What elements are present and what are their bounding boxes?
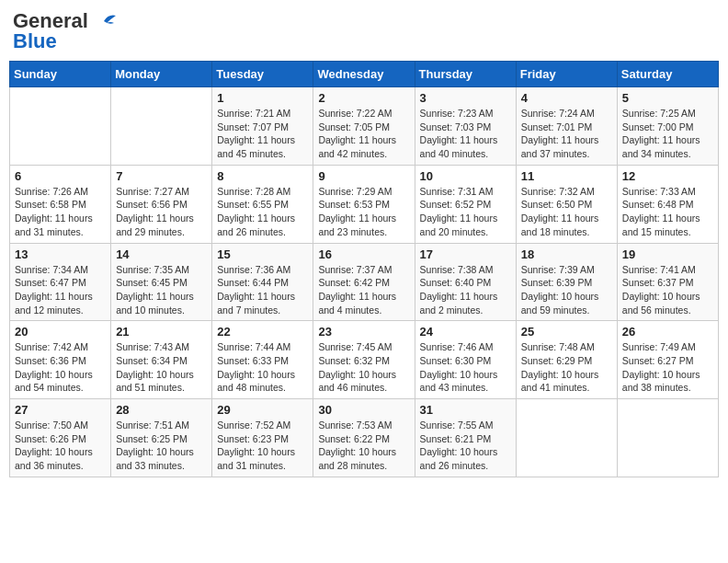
day-number: 7 (116, 169, 207, 183)
day-cell: 20 Sunrise: 7:42 AMSunset: 6:36 PMDaylig… (10, 321, 111, 399)
day-info: Sunrise: 7:32 AMSunset: 6:50 PMDaylight:… (521, 185, 612, 239)
day-info: Sunrise: 7:52 AMSunset: 6:23 PMDaylight:… (217, 419, 308, 473)
day-number: 6 (15, 169, 106, 183)
day-cell: 23 Sunrise: 7:45 AMSunset: 6:32 PMDaylig… (313, 321, 415, 399)
week-row-5: 27 Sunrise: 7:50 AMSunset: 6:26 PMDaylig… (10, 399, 719, 477)
day-cell: 1 Sunrise: 7:21 AMSunset: 7:07 PMDayligh… (212, 87, 313, 166)
day-number: 28 (116, 403, 207, 417)
day-info: Sunrise: 7:50 AMSunset: 6:26 PMDaylight:… (15, 419, 106, 473)
day-info: Sunrise: 7:21 AMSunset: 7:07 PMDaylight:… (217, 107, 308, 161)
day-cell: 4 Sunrise: 7:24 AMSunset: 7:01 PMDayligh… (516, 87, 617, 166)
day-info: Sunrise: 7:48 AMSunset: 6:29 PMDaylight:… (521, 340, 612, 395)
day-number: 27 (15, 403, 106, 417)
day-number: 10 (420, 169, 511, 183)
day-cell: 28 Sunrise: 7:51 AMSunset: 6:25 PMDaylig… (111, 399, 212, 477)
logo: General Blue (13, 9, 118, 53)
day-info: Sunrise: 7:35 AMSunset: 6:45 PMDaylight:… (116, 263, 207, 317)
day-cell (10, 87, 111, 166)
day-cell: 22 Sunrise: 7:44 AMSunset: 6:33 PMDaylig… (212, 321, 313, 399)
day-info: Sunrise: 7:45 AMSunset: 6:32 PMDaylight:… (318, 340, 409, 395)
day-number: 31 (420, 403, 511, 417)
day-info: Sunrise: 7:43 AMSunset: 6:34 PMDaylight:… (116, 340, 207, 395)
day-cell: 5 Sunrise: 7:25 AMSunset: 7:00 PMDayligh… (617, 87, 718, 166)
day-number: 12 (622, 169, 713, 183)
day-info: Sunrise: 7:23 AMSunset: 7:03 PMDaylight:… (420, 107, 511, 161)
day-info: Sunrise: 7:22 AMSunset: 7:05 PMDaylight:… (318, 107, 409, 161)
day-cell: 7 Sunrise: 7:27 AMSunset: 6:56 PMDayligh… (111, 165, 212, 243)
day-cell: 13 Sunrise: 7:34 AMSunset: 6:47 PMDaylig… (10, 243, 111, 321)
day-info: Sunrise: 7:34 AMSunset: 6:47 PMDaylight:… (15, 263, 106, 317)
day-info: Sunrise: 7:41 AMSunset: 6:37 PMDaylight:… (622, 263, 713, 317)
day-number: 21 (116, 325, 207, 339)
day-info: Sunrise: 7:31 AMSunset: 6:52 PMDaylight:… (420, 185, 511, 239)
page-header: General Blue (9, 9, 719, 53)
day-info: Sunrise: 7:51 AMSunset: 6:25 PMDaylight:… (116, 419, 207, 473)
weekday-header-saturday: Saturday (617, 62, 718, 87)
day-number: 20 (15, 325, 106, 339)
day-cell (111, 87, 212, 166)
day-number: 26 (622, 325, 713, 339)
day-info: Sunrise: 7:49 AMSunset: 6:27 PMDaylight:… (622, 340, 713, 395)
day-cell: 25 Sunrise: 7:48 AMSunset: 6:29 PMDaylig… (516, 321, 617, 399)
day-cell: 3 Sunrise: 7:23 AMSunset: 7:03 PMDayligh… (415, 87, 516, 166)
weekday-header-wednesday: Wednesday (313, 62, 415, 87)
day-info: Sunrise: 7:53 AMSunset: 6:22 PMDaylight:… (318, 419, 409, 473)
day-info: Sunrise: 7:24 AMSunset: 7:01 PMDaylight:… (521, 107, 612, 161)
day-info: Sunrise: 7:37 AMSunset: 6:42 PMDaylight:… (318, 263, 409, 317)
day-number: 2 (318, 91, 409, 105)
week-row-3: 13 Sunrise: 7:34 AMSunset: 6:47 PMDaylig… (10, 243, 719, 321)
logo-bird-icon (90, 12, 118, 30)
calendar-table: SundayMondayTuesdayWednesdayThursdayFrid… (9, 61, 719, 477)
day-cell (617, 399, 718, 477)
day-info: Sunrise: 7:28 AMSunset: 6:55 PMDaylight:… (217, 185, 308, 239)
day-number: 13 (15, 247, 106, 261)
day-info: Sunrise: 7:33 AMSunset: 6:48 PMDaylight:… (622, 185, 713, 239)
day-number: 4 (521, 91, 612, 105)
week-row-2: 6 Sunrise: 7:26 AMSunset: 6:58 PMDayligh… (10, 165, 719, 243)
weekday-header-row: SundayMondayTuesdayWednesdayThursdayFrid… (10, 62, 719, 87)
weekday-header-thursday: Thursday (415, 62, 516, 87)
day-info: Sunrise: 7:55 AMSunset: 6:21 PMDaylight:… (420, 419, 511, 473)
day-cell: 10 Sunrise: 7:31 AMSunset: 6:52 PMDaylig… (415, 165, 516, 243)
day-cell: 9 Sunrise: 7:29 AMSunset: 6:53 PMDayligh… (313, 165, 415, 243)
day-info: Sunrise: 7:25 AMSunset: 7:00 PMDaylight:… (622, 107, 713, 161)
day-cell: 18 Sunrise: 7:39 AMSunset: 6:39 PMDaylig… (516, 243, 617, 321)
day-number: 16 (318, 247, 409, 261)
day-cell: 26 Sunrise: 7:49 AMSunset: 6:27 PMDaylig… (617, 321, 718, 399)
day-number: 17 (420, 247, 511, 261)
week-row-4: 20 Sunrise: 7:42 AMSunset: 6:36 PMDaylig… (10, 321, 719, 399)
day-number: 9 (318, 169, 409, 183)
day-number: 1 (217, 91, 308, 105)
day-info: Sunrise: 7:29 AMSunset: 6:53 PMDaylight:… (318, 185, 409, 239)
day-number: 5 (622, 91, 713, 105)
weekday-header-friday: Friday (516, 62, 617, 87)
day-number: 24 (420, 325, 511, 339)
logo-blue-text: Blue (13, 29, 57, 53)
day-cell: 27 Sunrise: 7:50 AMSunset: 6:26 PMDaylig… (10, 399, 111, 477)
day-cell: 16 Sunrise: 7:37 AMSunset: 6:42 PMDaylig… (313, 243, 415, 321)
day-info: Sunrise: 7:42 AMSunset: 6:36 PMDaylight:… (15, 340, 106, 395)
week-row-1: 1 Sunrise: 7:21 AMSunset: 7:07 PMDayligh… (10, 87, 719, 166)
day-cell: 19 Sunrise: 7:41 AMSunset: 6:37 PMDaylig… (617, 243, 718, 321)
day-number: 3 (420, 91, 511, 105)
day-number: 14 (116, 247, 207, 261)
day-cell: 30 Sunrise: 7:53 AMSunset: 6:22 PMDaylig… (313, 399, 415, 477)
day-cell: 6 Sunrise: 7:26 AMSunset: 6:58 PMDayligh… (10, 165, 111, 243)
day-number: 19 (622, 247, 713, 261)
day-cell: 14 Sunrise: 7:35 AMSunset: 6:45 PMDaylig… (111, 243, 212, 321)
day-info: Sunrise: 7:27 AMSunset: 6:56 PMDaylight:… (116, 185, 207, 239)
day-cell: 21 Sunrise: 7:43 AMSunset: 6:34 PMDaylig… (111, 321, 212, 399)
day-cell: 24 Sunrise: 7:46 AMSunset: 6:30 PMDaylig… (415, 321, 516, 399)
day-number: 22 (217, 325, 308, 339)
weekday-header-monday: Monday (111, 62, 212, 87)
weekday-header-sunday: Sunday (10, 62, 111, 87)
day-cell: 8 Sunrise: 7:28 AMSunset: 6:55 PMDayligh… (212, 165, 313, 243)
day-number: 11 (521, 169, 612, 183)
day-cell: 17 Sunrise: 7:38 AMSunset: 6:40 PMDaylig… (415, 243, 516, 321)
day-number: 29 (217, 403, 308, 417)
day-cell: 15 Sunrise: 7:36 AMSunset: 6:44 PMDaylig… (212, 243, 313, 321)
day-info: Sunrise: 7:36 AMSunset: 6:44 PMDaylight:… (217, 263, 308, 317)
weekday-header-tuesday: Tuesday (212, 62, 313, 87)
day-info: Sunrise: 7:39 AMSunset: 6:39 PMDaylight:… (521, 263, 612, 317)
day-cell: 2 Sunrise: 7:22 AMSunset: 7:05 PMDayligh… (313, 87, 415, 166)
